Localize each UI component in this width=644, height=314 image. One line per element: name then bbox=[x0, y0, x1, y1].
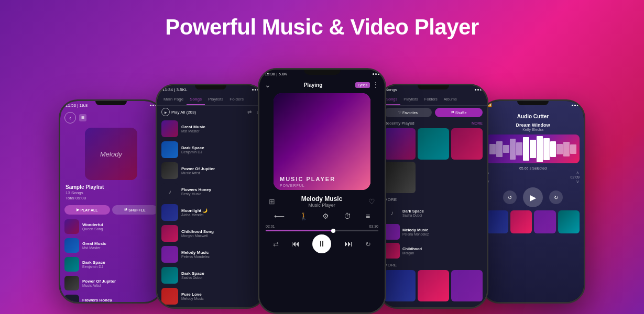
back-button-1[interactable]: ‹ bbox=[64, 112, 76, 124]
list-item[interactable]: Wonderful Queen Song bbox=[60, 217, 162, 236]
list-item[interactable]: ♪ Flowers Honey Besty Music bbox=[157, 181, 264, 202]
song-info: Melody Music Pelena Mondelez bbox=[402, 228, 483, 236]
song-artist: Queen Song bbox=[82, 227, 158, 231]
p1-header: ‹ ☰ bbox=[60, 110, 162, 126]
list-item[interactable]: Dark Space Benjamin DJ bbox=[157, 139, 264, 160]
total-time-1: Total 09:08 bbox=[66, 196, 157, 200]
tab-main-page[interactable]: Main Page bbox=[160, 94, 187, 105]
repeat-btn[interactable]: ↻ bbox=[365, 240, 371, 248]
album-item[interactable] bbox=[486, 210, 508, 233]
tab-playlists[interactable]: Playlists bbox=[205, 94, 226, 105]
pause-button[interactable]: ⏸ bbox=[312, 234, 331, 253]
song-artist: Music Artist bbox=[82, 284, 158, 287]
song-info: Great Music Mst Master bbox=[181, 125, 260, 133]
timer-icon[interactable]: ⏱ bbox=[344, 212, 351, 220]
tab-playlists-4[interactable]: Playlists bbox=[400, 94, 421, 105]
progress-bar-3[interactable] bbox=[266, 230, 378, 231]
list-item[interactable]: ♪ Dark Space Sasha Duboi bbox=[380, 204, 487, 222]
shuffle-button-1[interactable]: ⇄ SHUFFLE bbox=[112, 205, 158, 215]
play-all-button-1[interactable]: ▶ PLAY ALL bbox=[64, 205, 110, 215]
list-item[interactable]: Great Music Mst Master bbox=[60, 236, 162, 255]
next-btn[interactable]: ⏭ bbox=[344, 239, 353, 249]
album-item[interactable] bbox=[558, 210, 580, 233]
progress-area-3: 02:01 03:30 bbox=[259, 223, 385, 232]
tab-folders[interactable]: Folders bbox=[226, 94, 247, 105]
list-icon-1[interactable]: ☰ bbox=[79, 114, 86, 121]
replay-btn[interactable]: ↺ bbox=[503, 190, 517, 204]
song-title: Flowers Honey bbox=[82, 298, 158, 302]
more-btn-4[interactable]: MORE bbox=[472, 121, 483, 125]
song-thumb bbox=[161, 120, 178, 137]
song-artist: Benjamin DJ bbox=[181, 150, 260, 154]
play-all-label-1: PLAY ALL bbox=[80, 208, 97, 212]
album-art-sub: POWERFUL bbox=[280, 184, 305, 187]
list-item[interactable]: Dark Space Benjamin DJ bbox=[60, 255, 162, 274]
play-btn-5[interactable]: ▶ bbox=[523, 187, 543, 207]
walking-icon[interactable]: 🚶 bbox=[299, 212, 308, 220]
album-item[interactable] bbox=[534, 210, 556, 233]
album-thumb[interactable] bbox=[418, 270, 449, 301]
song-info: Moonlight 🌙 Aicha Mendel bbox=[181, 208, 260, 217]
lyrics-button[interactable]: Lyrics bbox=[355, 82, 370, 88]
list-item[interactable]: Power Of Jupiter Music Artist bbox=[157, 160, 264, 181]
album-item[interactable] bbox=[510, 210, 532, 233]
chevron-up-right-icon[interactable]: ∧ bbox=[576, 170, 580, 175]
add-to-playlist-icon[interactable]: ⊞ bbox=[269, 197, 275, 206]
song-info-3: ⊞ Melody Music Music Player ♡ bbox=[259, 192, 385, 209]
shuffle-btn-4[interactable]: ⇄ Shuffle bbox=[435, 108, 483, 117]
song-info: Childhood Morgan bbox=[402, 246, 483, 255]
chevron-down-right-icon[interactable]: ∨ bbox=[576, 179, 580, 184]
song-title: Melody Music bbox=[402, 228, 483, 232]
p3-controls-row: ⟵ 🚶 ⚙ ⏱ ≡ bbox=[259, 209, 385, 223]
phone-3-center: 15:30 | 5.0K ⌄ Playing Lyrics ⋮ MUSIC PL… bbox=[258, 68, 386, 314]
album-art-text: MUSIC PLAYER bbox=[280, 176, 335, 182]
song-info: Dark Space Sasha Duboi bbox=[402, 209, 483, 217]
section-title-recently-played: Recently Played bbox=[384, 121, 414, 126]
prev-btn[interactable]: ⏮ bbox=[291, 239, 300, 249]
list-item[interactable]: Moonlight 🌙 Aicha Mendel bbox=[157, 202, 264, 223]
song-artist: Melody Music bbox=[181, 297, 260, 300]
fav-shuffle-row: ♡ Favorites ⇄ Shuffle bbox=[380, 106, 487, 119]
shuffle-btn-3[interactable]: ⇄ bbox=[273, 240, 279, 248]
song-thumb bbox=[64, 276, 79, 290]
share-icon[interactable]: ⟵ bbox=[274, 212, 285, 220]
waveform[interactable] bbox=[486, 134, 580, 163]
song-title: Dark Space bbox=[82, 260, 158, 265]
song-title: Dark Space bbox=[402, 209, 483, 214]
forward-btn[interactable]: ↻ bbox=[549, 190, 563, 204]
album-thumb[interactable] bbox=[384, 162, 416, 193]
album-thumb[interactable] bbox=[418, 128, 449, 160]
album-thumb[interactable] bbox=[451, 128, 483, 160]
album-thumb[interactable] bbox=[384, 128, 416, 160]
list-item[interactable]: Pure Love Melody Music bbox=[157, 286, 264, 307]
waveform-bar bbox=[570, 144, 576, 154]
album-thumb[interactable] bbox=[451, 270, 483, 301]
list-item[interactable]: Melody Music Pelena Mondelez bbox=[380, 222, 487, 241]
equalizer-icon[interactable]: ⚙ bbox=[322, 212, 329, 220]
list-item[interactable]: Power Of Jupiter Music Artist bbox=[60, 274, 162, 293]
list-item[interactable]: Childhood Song Morgan Maxwell bbox=[157, 223, 264, 244]
list-item[interactable]: Childhood Morgan bbox=[380, 241, 487, 260]
tab-albums-4[interactable]: Albums bbox=[441, 94, 460, 105]
play-all-btn-2[interactable]: ▶ Play All (203) bbox=[161, 108, 196, 116]
tab-folders-4[interactable]: Folders bbox=[421, 94, 441, 105]
waveform-bar bbox=[510, 139, 516, 160]
progress-thumb[interactable] bbox=[331, 229, 335, 233]
favorite-icon[interactable]: ♡ bbox=[368, 197, 375, 206]
more-options-icon[interactable]: ⋮ bbox=[372, 81, 379, 89]
song-info: Power Of Jupiter Music Artist bbox=[82, 279, 158, 287]
list-item[interactable]: Melody Music Pelena Mondelez bbox=[157, 244, 264, 265]
p5-song-artist: Ketty Electra bbox=[482, 128, 584, 131]
shuffle-icon-2[interactable]: ⇄ bbox=[247, 109, 252, 115]
list-item[interactable]: Great Music Mst Master bbox=[157, 118, 264, 139]
list-item[interactable]: Dark Space Sasha Duboi bbox=[157, 265, 264, 286]
album-thumb[interactable] bbox=[384, 270, 416, 301]
song-list-4: ♪ Dark Space Sasha Duboi Melody Music Pe… bbox=[380, 204, 487, 302]
shuffle-icon-4: ⇄ bbox=[451, 110, 454, 115]
favorites-label-4: Favorites bbox=[402, 111, 418, 115]
dropdown-icon[interactable]: ⌄ bbox=[265, 81, 271, 89]
tab-songs[interactable]: Songs bbox=[187, 94, 205, 105]
list-item[interactable]: ♪ Flowers Honey Besty Music bbox=[60, 293, 162, 304]
favorites-btn-4[interactable]: ♡ Favorites bbox=[384, 108, 432, 117]
playlist-queue-icon[interactable]: ≡ bbox=[366, 212, 370, 220]
